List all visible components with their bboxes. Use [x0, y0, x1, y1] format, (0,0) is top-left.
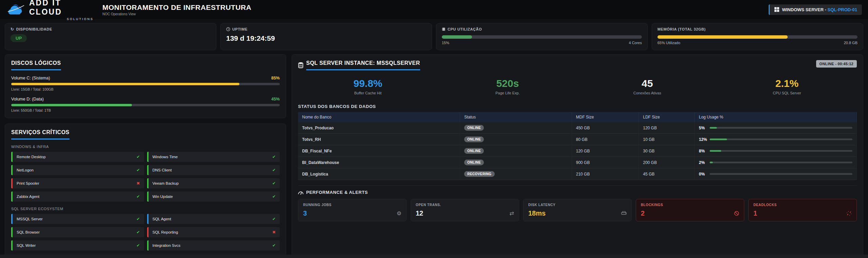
service-item: NetLogon✔	[11, 165, 144, 175]
disks-panel-title: DISCOS LÓGICOS	[11, 60, 61, 70]
perf-card-deadlocks: DEADLOCKS1	[748, 199, 857, 221]
sql-kpi: 520sPage Life Exp.	[438, 78, 577, 95]
volume-progressbar	[11, 104, 280, 106]
kpi-label: Page Life Exp.	[438, 91, 577, 95]
server-selector-badge[interactable]: WINDOWS SERVER - SQL-PROD-01	[769, 4, 862, 15]
sql-kpi-row: 99.8%Buffer Cache Hit520sPage Life Exp.4…	[298, 78, 857, 95]
service-name: Veeam Backup	[153, 181, 179, 185]
service-name: Remote Desktop	[17, 155, 46, 159]
check-icon: ✔	[136, 217, 140, 221]
log-usage-percent: 8%	[699, 149, 708, 153]
status-cards-row: ↻ DISPONIBILIDADE UP UPTIME 139 d 19:24:…	[0, 19, 868, 52]
db-logusage-cell: 8%	[695, 145, 857, 157]
sql-kpi: 2.1%CPU SQL Server	[717, 78, 857, 95]
perf-card-disk-latency: DISK LATENCY18ms	[523, 199, 632, 221]
check-icon: ✔	[136, 168, 140, 172]
service-name: MSSQL Server	[17, 217, 43, 221]
service-item: SQL Writer✔	[11, 240, 144, 251]
db-table-column-header: LDF Size	[639, 112, 695, 122]
check-icon: ✔	[136, 230, 140, 235]
db-mdf-cell: 450 GB	[572, 122, 639, 134]
service-group-label: SQL SERVER ECOSYSTEM	[11, 207, 280, 211]
log-usage-percent: 2%	[699, 160, 708, 165]
disk-volume-row: Volume C: (Sistema)85%Livre: 15GB / Tota…	[11, 76, 280, 91]
logical-disks-panel: DISCOS LÓGICOS Volume C: (Sistema)85%Liv…	[5, 54, 286, 118]
log-usage-progressbar	[710, 139, 852, 140]
service-name: SQL Agent	[153, 217, 171, 221]
services-panel-title: SERVIÇOS CRÍTICOS	[11, 129, 70, 140]
service-name: Integration Svcs	[153, 243, 180, 247]
check-icon: ✔	[136, 243, 140, 248]
db-status-cell: ONLINE	[460, 122, 572, 134]
sql-online-badge: ONLINE - 00:45:12	[816, 60, 857, 68]
log-usage-progressbar	[710, 150, 852, 152]
perf-card-value: 1	[753, 209, 757, 217]
service-name: NetLogon	[17, 168, 34, 172]
cpu-cores-text: 4 Cores	[629, 41, 642, 45]
log-usage-progressbar	[710, 162, 852, 163]
app-header: ADD IT CLOUD SOLUTIONS MONITORAMENTO DE …	[0, 0, 868, 19]
server-hostname: SQL-PROD-01	[828, 7, 857, 12]
db-status-cell: RECOVERING	[460, 168, 572, 180]
volume-detail: Livre: 15GB / Total: 100GB	[11, 87, 280, 91]
availability-status-badge: UP	[11, 34, 27, 42]
uptime-value: 139 d 19:24:59	[226, 34, 426, 42]
cpu-percent-text: 15%	[442, 41, 449, 45]
service-item: Zabbix Agent✔	[11, 191, 144, 202]
check-icon: ✔	[272, 243, 276, 248]
check-icon: ✔	[272, 168, 276, 172]
db-mdf-cell: 900 GB	[572, 157, 639, 168]
exchange-icon: ⇄	[510, 210, 514, 217]
ban-icon	[734, 211, 739, 216]
volume-percent: 45%	[271, 97, 280, 102]
page-title: MONITORAMENTO DE INFRAESTRUTURA	[102, 3, 251, 12]
perf-card-label: OPEN TRANS.	[416, 203, 514, 207]
kpi-value: 45	[577, 78, 717, 89]
availability-card: ↻ DISPONIBILIDADE UP	[5, 23, 216, 50]
db-logusage-cell: 0%	[695, 168, 857, 180]
service-name: Win Update	[153, 195, 173, 199]
service-item: Veeam Backup✔	[147, 178, 280, 188]
db-mdf-cell: 80 GB	[572, 134, 639, 145]
db-name-cell: DB_Logistica	[298, 168, 460, 180]
memory-gb-text: 20.8 GB	[844, 41, 857, 45]
log-usage-percent: 12%	[699, 137, 708, 142]
service-group-label: WINDOWS & INFRA	[11, 145, 280, 149]
db-logusage-cell: 5%	[695, 122, 857, 134]
service-name: Zabbix Agent	[17, 195, 39, 199]
check-icon: ✔	[136, 154, 140, 159]
refresh-icon: ↻	[11, 27, 14, 31]
db-ldf-cell: 10 GB	[639, 134, 695, 145]
disk-volume-row: Volume D: (Data)45%Livre: 550GB / Total:…	[11, 97, 280, 112]
service-item: SQL Browser✔	[11, 227, 144, 237]
db-mdf-cell: 210 GB	[572, 168, 639, 180]
volume-name: Volume D: (Data)	[11, 97, 44, 102]
db-table-row: DB_Fiscal_NFeONLINE120 GB30 GB8%	[298, 145, 857, 157]
log-usage-progressbar	[710, 127, 852, 129]
memory-label: MEMÓRIA (TOTAL 32GB)	[657, 27, 706, 31]
footer-strip	[0, 255, 868, 258]
sql-kpi: 45Conexões Ativas	[577, 78, 717, 95]
db-name-cell: DB_Fiscal_NFe	[298, 145, 460, 157]
db-logusage-cell: 2%	[695, 157, 857, 168]
dashboard-page: ADD IT CLOUD SOLUTIONS MONITORAMENTO DE …	[0, 0, 868, 258]
uptime-label: UPTIME	[232, 27, 248, 31]
db-table-title: STATUS DOS BANCOS DE DADOS	[298, 104, 857, 109]
perf-card-label: RUNNING JOBS	[303, 203, 401, 207]
db-name-cell: Totvs_RH	[298, 134, 460, 145]
service-item: Remote Desktop✔	[11, 152, 144, 162]
page-subtitle: NOC Operations View	[102, 12, 251, 16]
service-item: MSSQL Server✔	[11, 214, 144, 224]
perf-card-running-jobs: RUNNING JOBS3⚙	[298, 199, 407, 221]
log-usage-progressbar	[710, 173, 852, 175]
database-icon	[298, 62, 303, 68]
db-table-row: BI_DataWarehouseONLINE900 GB200 GB2%	[298, 157, 857, 168]
kpi-label: CPU SQL Server	[717, 91, 857, 95]
cpu-progressbar	[442, 35, 642, 39]
db-ldf-cell: 120 GB	[639, 122, 695, 134]
db-status-cell: ONLINE	[460, 145, 572, 157]
critical-services-panel: SERVIÇOS CRÍTICOS WINDOWS & INFRARemote …	[5, 124, 286, 258]
check-icon: ✔	[272, 154, 276, 159]
kpi-label: Buffer Cache Hit	[298, 91, 438, 95]
db-table-column-header: Nome do Banco	[298, 112, 460, 122]
